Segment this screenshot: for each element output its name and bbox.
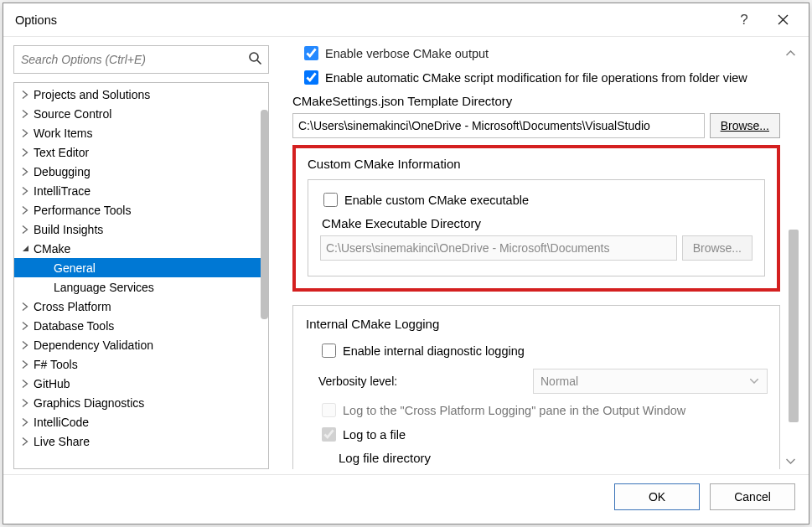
category-tree-container: Projects and SolutionsSource ControlWork… <box>13 82 269 469</box>
chevron-right-icon <box>19 301 31 313</box>
tree-item-cmake[interactable]: CMake <box>14 239 268 258</box>
tree-item-label: Live Share <box>34 435 90 448</box>
help-button[interactable]: ? <box>725 7 763 34</box>
log-pane-label: Log to the "Cross Platform Logging" pane… <box>343 404 685 417</box>
options-dialog: Options ? Projects and Sol <box>3 3 809 524</box>
chevron-right-icon <box>19 397 31 409</box>
left-panel: Projects and SolutionsSource ControlWork… <box>13 45 269 469</box>
tree-item-text-editor[interactable]: Text Editor <box>14 142 268 162</box>
tree-item-debugging[interactable]: Debugging <box>14 162 268 181</box>
tree-item-label: Source Control <box>34 107 111 121</box>
tree-item-label: Build Insights <box>34 223 103 236</box>
tree-item-f-tools[interactable]: F# Tools <box>14 354 268 374</box>
log-file-dir-label: Log file directory <box>339 451 768 465</box>
tree-item-label: IntelliCode <box>34 416 89 429</box>
logging-title: Internal CMake Logging <box>302 317 443 331</box>
logging-group: Internal CMake Logging Enable internal d… <box>292 305 780 469</box>
template-browse-button[interactable]: Browse... <box>710 113 780 138</box>
log-file-checkbox <box>322 427 336 442</box>
tree-item-database-tools[interactable]: Database Tools <box>14 316 268 335</box>
chevron-right-icon <box>19 204 31 216</box>
settings-panel: Enable verbose CMake output Enable autom… <box>284 45 799 469</box>
enable-logging-label: Enable internal diagnostic logging <box>343 344 525 358</box>
chevron-right-icon <box>19 108 31 120</box>
chevron-right-icon <box>19 359 31 370</box>
custom-cmake-title: Custom CMake Information <box>308 157 765 171</box>
close-icon <box>778 14 789 25</box>
log-pane-checkbox <box>322 403 336 417</box>
tree-item-live-share[interactable]: Live Share <box>14 431 268 451</box>
verbosity-combo[interactable]: Normal <box>533 369 768 394</box>
exec-dir-label: CMake Executable Directory <box>322 216 753 230</box>
template-dir-label: CMakeSettings.json Template Directory <box>292 94 780 108</box>
auto-modification-label: Enable automatic CMake script modificati… <box>325 71 747 85</box>
search-input[interactable] <box>13 45 269 74</box>
exec-browse-button: Browse... <box>682 235 753 261</box>
verbosity-label: Verbosity level: <box>318 375 528 388</box>
tree-item-label: Graphics Diagnostics <box>34 396 144 410</box>
tree-item-label: Dependency Validation <box>34 338 153 352</box>
tree-item-dependency-validation[interactable]: Dependency Validation <box>14 335 268 354</box>
window-title: Options <box>15 13 725 27</box>
tree-item-work-items[interactable]: Work Items <box>14 123 268 142</box>
cancel-button[interactable]: Cancel <box>710 483 795 510</box>
tree-item-label: Performance Tools <box>34 204 131 217</box>
chevron-right-icon <box>19 339 31 351</box>
tree-item-label: Work Items <box>34 127 93 140</box>
tree-indent <box>39 262 51 274</box>
chevron-right-icon <box>19 166 31 178</box>
dialog-footer: OK Cancel <box>3 474 809 524</box>
verbose-output-label: Enable verbose CMake output <box>325 47 489 60</box>
tree-item-source-control[interactable]: Source Control <box>14 104 268 123</box>
tree-item-label: Text Editor <box>34 146 89 159</box>
template-dir-input[interactable] <box>292 113 705 138</box>
tree-item-label: GitHub <box>34 377 70 390</box>
tree-item-label: Debugging <box>34 165 91 178</box>
chevron-right-icon <box>19 436 31 447</box>
chevron-right-icon <box>19 185 31 197</box>
chevron-right-icon <box>19 224 31 235</box>
tree-item-intellicode[interactable]: IntelliCode <box>14 412 268 431</box>
tree-item-label: IntelliTrace <box>34 184 91 198</box>
tree-item-label: CMake <box>34 242 70 256</box>
tree-item-language-services[interactable]: Language Services <box>14 277 268 297</box>
dialog-body: Projects and SolutionsSource ControlWork… <box>3 37 809 474</box>
tree-item-intellitrace[interactable]: IntelliTrace <box>14 181 268 200</box>
custom-cmake-inner: Enable custom CMake executable CMake Exe… <box>308 179 765 276</box>
chevron-right-icon <box>19 416 31 428</box>
log-file-label: Log to a file <box>343 428 406 442</box>
help-icon: ? <box>740 12 747 28</box>
titlebar: Options ? <box>3 3 809 37</box>
exec-dir-input <box>320 235 677 261</box>
tree-item-cross-platform[interactable]: Cross Platform <box>14 297 268 316</box>
tree-item-label: F# Tools <box>34 358 78 371</box>
search-container <box>13 45 269 74</box>
enable-custom-cmake-checkbox[interactable] <box>323 193 338 207</box>
verbose-output-checkbox[interactable] <box>304 46 318 60</box>
tree-item-projects-and-solutions[interactable]: Projects and Solutions <box>14 85 268 104</box>
tree-item-graphics-diagnostics[interactable]: Graphics Diagnostics <box>14 393 268 412</box>
tree-item-label: Projects and Solutions <box>34 88 150 101</box>
ok-button[interactable]: OK <box>614 483 700 510</box>
tree-item-label: General <box>54 261 96 275</box>
chevron-right-icon <box>19 127 31 139</box>
tree-item-build-insights[interactable]: Build Insights <box>14 220 268 239</box>
chevron-right-icon <box>19 147 31 158</box>
enable-custom-cmake-label: Enable custom CMake executable <box>344 194 529 207</box>
tree-scrollbar[interactable] <box>261 110 268 319</box>
tree-item-label: Language Services <box>54 281 154 294</box>
chevron-right-icon <box>19 378 31 390</box>
enable-logging-checkbox[interactable] <box>322 344 336 358</box>
tree-indent <box>39 282 51 293</box>
category-tree[interactable]: Projects and SolutionsSource ControlWork… <box>14 83 268 468</box>
custom-cmake-group: Custom CMake Information Enable custom C… <box>292 145 780 292</box>
chevron-right-icon <box>19 320 31 332</box>
tree-item-github[interactable]: GitHub <box>14 374 268 393</box>
tree-item-label: Cross Platform <box>34 300 111 313</box>
tree-item-label: Database Tools <box>34 319 114 333</box>
close-button[interactable] <box>763 7 802 34</box>
chevron-down-icon <box>19 243 31 255</box>
tree-item-general[interactable]: General <box>14 258 268 277</box>
auto-modification-checkbox[interactable] <box>304 70 318 85</box>
tree-item-performance-tools[interactable]: Performance Tools <box>14 200 268 220</box>
